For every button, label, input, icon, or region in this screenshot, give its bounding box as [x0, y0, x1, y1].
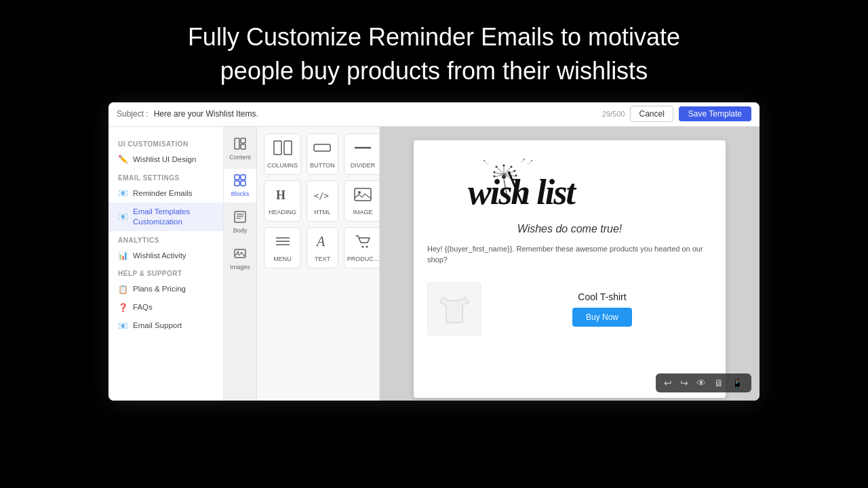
svg-text:</>: </>: [314, 191, 329, 201]
heading-icon: H: [273, 186, 292, 206]
block-heading[interactable]: H HEADING: [264, 180, 301, 222]
block-product[interactable]: PRODUC...: [344, 227, 380, 268]
block-menu[interactable]: MENU: [264, 227, 301, 268]
svg-rect-3: [235, 175, 239, 180]
text-label: TEXT: [315, 256, 330, 262]
sidebar-item-reminder-emails[interactable]: 📧 Reminder Emails: [108, 184, 223, 203]
product-icon: [353, 233, 372, 253]
sidebar-section-analytics: ANALYTICS: [108, 231, 223, 247]
svg-rect-19: [355, 188, 371, 201]
text-icon: A: [313, 233, 332, 253]
headline-line2: people buy products from their wishlists: [220, 57, 648, 85]
svg-point-40: [514, 169, 516, 171]
wishlist-logo-svg: wish list: [461, 151, 678, 212]
image-icon: [353, 186, 372, 206]
sidebar-item-wishlist-activity[interactable]: 📊 Wishlist Activity: [108, 247, 223, 265]
svg-rect-2: [241, 144, 245, 149]
sidebar-item-plans-pricing[interactable]: 📋 Plans & Pricing: [108, 280, 223, 298]
sidebar-label-plans-pricing: Plans & Pricing: [133, 284, 186, 294]
sidebar-label-email-templates: Email Templates Customization: [133, 207, 214, 227]
svg-rect-5: [235, 181, 239, 186]
divider-label: DIVIDER: [351, 162, 376, 169]
svg-rect-11: [235, 249, 245, 258]
svg-rect-4: [241, 175, 245, 180]
save-template-button[interactable]: Save Template: [679, 106, 751, 121]
sidebar-item-email-templates[interactable]: 📧 Email Templates Customization: [108, 203, 223, 231]
product-thumbnail: [427, 282, 481, 336]
svg-line-47: [528, 161, 531, 165]
tab-images[interactable]: Images: [224, 242, 256, 276]
blocks-grid: COLUMNS BUTTON DIVIDER: [257, 127, 380, 401]
svg-point-20: [358, 191, 361, 194]
tab-content[interactable]: Content: [224, 132, 256, 166]
sidebar-label-reminder-emails: Reminder Emails: [133, 188, 193, 199]
mobile-view-button[interactable]: 📱: [729, 376, 746, 390]
sidebar-item-wishlist-ui-design[interactable]: ✏️ Wishlist UI Design: [108, 150, 223, 169]
tab-blocks[interactable]: Blocks: [224, 169, 256, 203]
main-layout: UI CUSTOMISATION ✏️ Wishlist UI Design E…: [108, 127, 760, 401]
button-label: BUTTON: [310, 162, 335, 169]
preview-button[interactable]: 👁: [694, 376, 709, 390]
sidebar: UI CUSTOMISATION ✏️ Wishlist UI Design E…: [108, 127, 224, 401]
svg-line-49: [485, 161, 488, 165]
content-tab-label: Content: [229, 154, 251, 161]
block-columns[interactable]: COLUMNS: [264, 134, 301, 175]
svg-rect-13: [274, 141, 281, 155]
product-row: Cool T-shirt Buy Now: [414, 277, 726, 342]
block-divider[interactable]: DIVIDER: [344, 134, 380, 175]
sidebar-label-wishlist-ui-design: Wishlist UI Design: [133, 155, 196, 165]
svg-point-25: [362, 245, 364, 247]
sidebar-item-faqs[interactable]: ❓ FAQs: [108, 298, 223, 317]
product-info: Cool T-shirt Buy Now: [492, 291, 712, 327]
html-label: HTML: [314, 209, 331, 216]
heading-label: HEADING: [269, 209, 296, 216]
image-label: IMAGE: [353, 209, 373, 216]
preview-area: wish list Wishes do come true! Hey! {{bu…: [380, 127, 760, 401]
email-body-text: Hey! {{buyer_first_name}}. Remember thes…: [414, 243, 726, 277]
email-icon-1: 📧: [118, 188, 127, 198]
sidebar-label-wishlist-activity: Wishlist Activity: [133, 251, 186, 261]
activity-icon: 📊: [118, 251, 127, 260]
svg-text:H: H: [276, 188, 285, 202]
product-name: Cool T-shirt: [578, 291, 626, 302]
svg-point-12: [237, 251, 239, 253]
plans-icon: 📋: [118, 285, 127, 294]
menu-icon: [273, 233, 292, 253]
desktop-view-button[interactable]: 🖥: [711, 376, 726, 390]
svg-rect-14: [284, 141, 292, 155]
subject-input[interactable]: [154, 109, 597, 119]
headline: Fully Customize Reminder Emails to motiv…: [120, 0, 748, 102]
redo-button[interactable]: ↪: [677, 376, 691, 390]
product-label: PRODUC...: [347, 256, 379, 262]
app-window: Subject : 29/500 Cancel Save Template UI…: [108, 102, 760, 401]
cancel-button[interactable]: Cancel: [630, 106, 673, 122]
block-button[interactable]: BUTTON: [307, 134, 338, 175]
block-image[interactable]: IMAGE: [344, 180, 380, 222]
email-tagline: Wishes do come true!: [414, 218, 726, 243]
headline-line1: Fully Customize Reminder Emails to motiv…: [188, 23, 680, 51]
blocks-tab-label: Blocks: [231, 190, 250, 197]
tab-body[interactable]: Body: [224, 205, 256, 239]
html-icon: </>: [313, 186, 332, 206]
sidebar-item-email-support[interactable]: 📧 Email Support: [108, 317, 223, 335]
body-tab-label: Body: [233, 227, 248, 234]
sidebar-section-ui-customisation: UI CUSTOMISATION: [108, 135, 223, 150]
svg-text:A: A: [315, 234, 326, 249]
content-tab-icon: [234, 138, 246, 152]
undo-button[interactable]: ↩: [661, 376, 675, 390]
svg-rect-6: [241, 181, 245, 186]
svg-point-46: [524, 159, 525, 160]
sidebar-label-email-support: Email Support: [133, 321, 182, 331]
columns-label: COLUMNS: [267, 162, 298, 169]
divider-icon: [353, 140, 372, 159]
block-text[interactable]: A TEXT: [307, 227, 338, 268]
button-icon: [313, 140, 332, 159]
subject-label: Subject :: [117, 109, 149, 119]
svg-rect-15: [314, 144, 330, 151]
images-tab-label: Images: [230, 264, 250, 270]
body-tab-icon: [234, 211, 246, 226]
block-html[interactable]: </> HTML: [307, 180, 338, 222]
buy-now-button[interactable]: Buy Now: [572, 308, 632, 327]
svg-text:wish list: wish list: [468, 173, 576, 211]
blocks-tabs: Content Blocks: [224, 127, 257, 401]
